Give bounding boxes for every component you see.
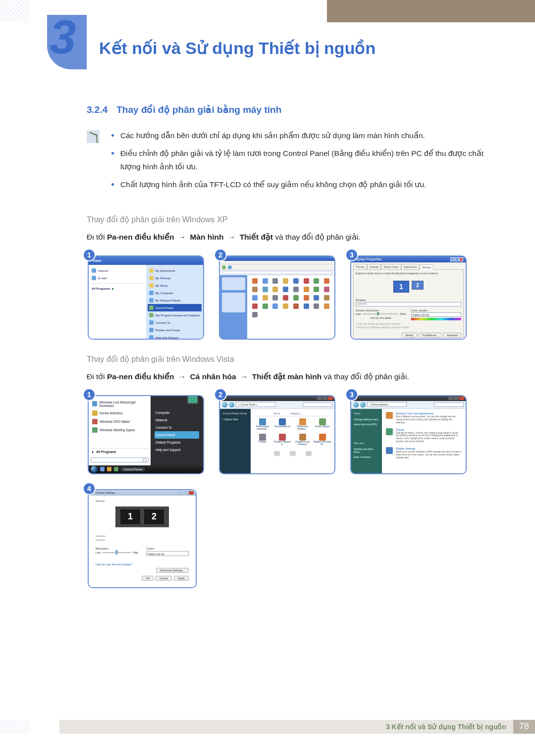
vista-control-panel-mock: « Control Panel » Control Panel Home • C…: [220, 396, 334, 473]
notice-block: Các hướng dẫn bên dưới chỉ áp dụng khi s…: [87, 129, 495, 196]
footer-chapter-label: 3 Kết nối và Sử dụng Thiết bị nguồn: [386, 723, 506, 731]
page-content: 3.2.4Thay đổi độ phân giải bằng máy tính…: [87, 104, 495, 588]
xp-instruction: Đi tới Pa-nen điều khiển → Màn hình → Th…: [87, 231, 495, 244]
vista-heading: Thay đổi độ phân giải trên Windows Vista: [87, 354, 495, 364]
section-number: 3.2.4: [87, 104, 107, 115]
notice-list: Các hướng dẫn bên dưới chỉ áp dụng khi s…: [110, 129, 495, 196]
step-badge: 3: [345, 388, 358, 401]
step-badge: 4: [83, 482, 96, 495]
notice-item: Chất lượng hình ảnh của TFT-LCD có thể s…: [110, 178, 495, 191]
vista-screenshots-row-2: 4 Display Settings Monitor 1 2 *********…: [88, 489, 495, 588]
step-badge: 1: [83, 388, 96, 401]
vista-instruction: Đi tới Pa-nen điều khiển → Cá nhân hóa →…: [87, 371, 495, 383]
vista-display-settings-mock: Display Settings Monitor 1 2 ********** …: [89, 490, 196, 587]
chapter-badge: 3: [0, 15, 84, 79]
chapter-number: 3: [50, 10, 76, 64]
vista-personalization-mock: « Personalization Tasks Change desktop i…: [351, 396, 466, 473]
chapter-header: 3 Kết nối và Sử dụng Thiết bị nguồn: [0, 15, 535, 79]
step-badge: 1: [83, 249, 96, 261]
step-badge: 2: [214, 388, 227, 401]
xp-display-props-mock: Display Properties ThemesDesktopScreen S…: [351, 256, 466, 339]
page-footer: 3 Kết nối và Sử dụng Thiết bị nguồn 78: [0, 717, 535, 737]
page-number: 78: [513, 720, 535, 734]
vista-shot-4: 4 Display Settings Monitor 1 2 *********…: [88, 489, 197, 588]
xp-screenshots-row: 1 User Internet E-mail All Programs ▶: [88, 255, 495, 340]
header-brown-bar: [327, 0, 535, 22]
notice-item: Điều chỉnh độ phân giải và tỷ lệ làm tươ…: [110, 147, 495, 173]
vista-shot-3: 3 « Personalization Tasks Change desktop…: [350, 395, 467, 474]
footer-bar: 3 Kết nối và Sử dụng Thiết bị nguồn: [59, 720, 513, 734]
arrow-icon: →: [240, 372, 248, 381]
xp-control-panel-mock: [220, 256, 334, 339]
step-badge: 2: [214, 249, 227, 261]
xp-shot-1: 1 User Internet E-mail All Programs ▶: [88, 255, 204, 340]
section-heading: 3.2.4Thay đổi độ phân giải bằng máy tính: [87, 104, 495, 115]
xp-shot-3: 3 Display Properties ThemesDesktopScreen…: [350, 255, 467, 340]
vista-shot-1: 1 Windows Live Messenger Download Norton…: [88, 395, 204, 474]
arrow-icon: →: [178, 372, 186, 381]
vista-shot-2: 2 « Control Panel » Control Panel Home •…: [219, 395, 335, 474]
chapter-title: Kết nối và Sử dụng Thiết bị nguồn: [99, 38, 535, 58]
xp-shot-2: 2: [219, 255, 335, 340]
xp-start-menu-mock: User Internet E-mail All Programs ▶ My D…: [89, 256, 203, 339]
arrow-icon: →: [228, 233, 236, 241]
vista-start-menu-mock: Windows Live Messenger Download Norton A…: [89, 396, 203, 473]
notice-item: Các hướng dẫn bên dưới chỉ áp dụng khi s…: [110, 129, 495, 142]
step-badge: 3: [345, 249, 358, 261]
vista-screenshots-row-1: 1 Windows Live Messenger Download Norton…: [88, 395, 495, 474]
footer-hatch: [0, 720, 30, 734]
arrow-icon: →: [178, 233, 186, 241]
xp-heading: Thay đổi độ phân giải trên WIndows XP: [87, 215, 495, 224]
section-title: Thay đổi độ phân giải bằng máy tính: [116, 104, 281, 115]
note-icon: [87, 130, 100, 143]
